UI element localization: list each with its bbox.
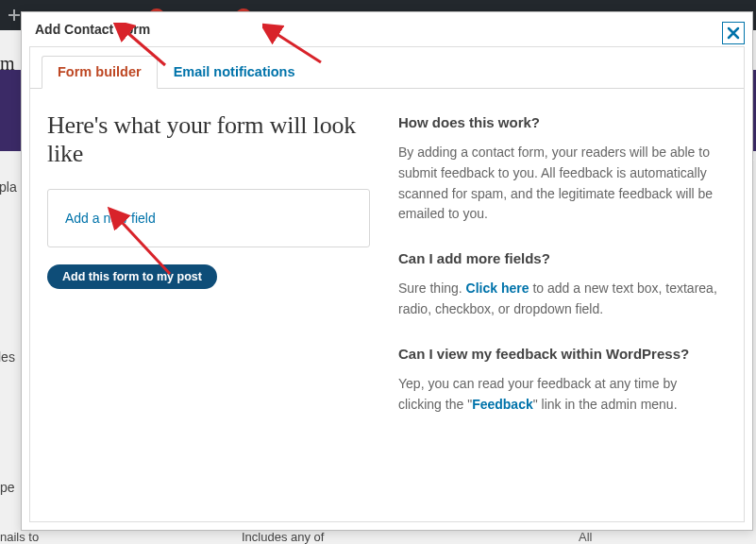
close-button[interactable] — [722, 22, 745, 44]
bg-text: les — [0, 349, 15, 365]
tabs: Form builder Email notifications — [30, 47, 744, 89]
plus-icon — [8, 8, 21, 22]
close-icon — [727, 26, 740, 40]
bg-text: m — [0, 53, 15, 75]
modal-body: Form builder Email notifications Here's … — [29, 46, 745, 522]
faq-q1: How does this work? — [398, 111, 721, 133]
faq-q2: Can I add more fields? — [398, 247, 721, 269]
faq-q3: Can I view my feedback within WordPress? — [398, 343, 721, 365]
add-field-button[interactable]: Add a new field — [47, 189, 370, 247]
bg-text: pe — [0, 480, 15, 495]
bg-text: Includes any of — [242, 530, 324, 544]
add-contact-form-modal: Add Contact Form Form builder Email noti… — [21, 11, 753, 531]
tab-form-builder[interactable]: Form builder — [42, 56, 158, 89]
faq-a2-pre: Sure thing. — [398, 280, 466, 296]
modal-title: Add Contact Form — [22, 12, 752, 42]
faq-a2: Sure thing. Click here to add a new text… — [398, 279, 721, 319]
left-column: Here's what your form will look like Add… — [47, 111, 370, 437]
feedback-link[interactable]: Feedback — [472, 397, 533, 412]
add-form-to-post-button[interactable]: Add this form to my post — [47, 264, 217, 289]
click-here-link[interactable]: Click here — [466, 280, 529, 296]
bg-text: All — [579, 530, 592, 544]
tab-email-notifications[interactable]: Email notifications — [158, 56, 311, 89]
faq-a3: Yep, you can read your feedback at any t… — [398, 374, 721, 415]
preview-heading: Here's what your form will look like — [47, 111, 370, 168]
bg-text: pla — [0, 179, 17, 195]
bg-text: nails to — [0, 530, 39, 544]
faq-a3-post: " link in the admin menu. — [533, 397, 678, 412]
faq-a1: By adding a contact form, your readers w… — [398, 143, 721, 225]
modal-content: Here's what your form will look like Add… — [30, 89, 744, 460]
right-column: How does this work? By adding a contact … — [370, 111, 721, 437]
